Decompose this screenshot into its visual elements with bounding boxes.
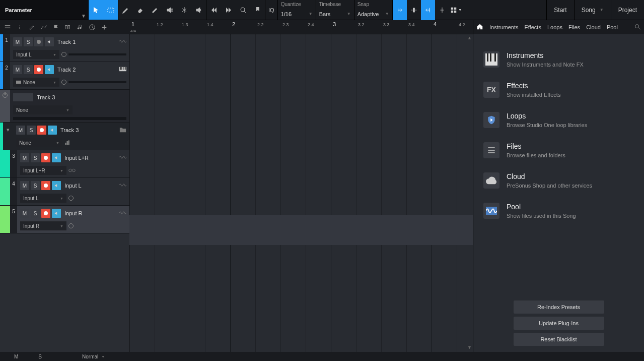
- track-row[interactable]: 1 M S Track 1 Input L▼: [0, 34, 129, 62]
- solo-button[interactable]: S: [24, 37, 33, 46]
- input-select[interactable]: Input L+R▼: [20, 166, 66, 175]
- automation-toggle[interactable]: [0, 90, 10, 122]
- mute-button[interactable]: M: [20, 181, 29, 190]
- iq-button[interactable]: IQ: [268, 7, 274, 13]
- search-icon[interactable]: [634, 23, 641, 31]
- track-color[interactable]: [0, 206, 7, 233]
- monitor-button[interactable]: [52, 209, 61, 218]
- browser-item-files[interactable]: Files Browse files and folders: [479, 135, 638, 165]
- input-select[interactable]: None▼: [13, 105, 73, 114]
- monitor-button[interactable]: [48, 126, 57, 135]
- skip-fwd-icon[interactable]: [221, 0, 236, 20]
- browser-tab-cloud[interactable]: Cloud: [586, 24, 601, 30]
- info-icon[interactable]: [14, 22, 25, 33]
- timebase-select[interactable]: Bars▼: [319, 10, 351, 19]
- mute-button[interactable]: M: [16, 126, 25, 135]
- re-index-presets-button[interactable]: Re-Index Presets: [514, 300, 604, 314]
- track-name[interactable]: Input L: [64, 183, 82, 189]
- timeline-ruler[interactable]: 4/4 11.21.31.422.22.32.433.23.33.444.2: [129, 20, 473, 34]
- track-name[interactable]: Track 2: [57, 67, 76, 73]
- project-button[interactable]: Project: [611, 0, 644, 20]
- notes-icon[interactable]: [75, 22, 86, 33]
- input-select[interactable]: Input L▼: [20, 194, 66, 203]
- snap-cursor-icon[interactable]: [435, 0, 449, 20]
- list-icon[interactable]: [2, 22, 13, 33]
- draw-tool[interactable]: [118, 0, 133, 20]
- split-tool[interactable]: [177, 0, 191, 20]
- solo-button[interactable]: S: [31, 209, 40, 218]
- quantize-select[interactable]: 1/16▼: [281, 10, 313, 19]
- volume-slider[interactable]: [13, 117, 126, 120]
- scroll-down-icon[interactable]: ▼: [467, 345, 472, 350]
- mute-button[interactable]: M: [20, 153, 29, 162]
- arrow-tool[interactable]: [89, 0, 103, 20]
- marker-tool[interactable]: [250, 0, 265, 20]
- range-tool[interactable]: [103, 0, 118, 20]
- automation-icon[interactable]: [38, 22, 49, 33]
- browser-item-instruments[interactable]: Instruments Show Instruments and Note FX: [479, 44, 638, 75]
- start-button[interactable]: Start: [546, 0, 574, 20]
- paint-tool[interactable]: [148, 0, 162, 20]
- sub-track-row[interactable]: 3 M S Input L+R Input L+R▼: [0, 150, 129, 178]
- mute-tool[interactable]: [162, 0, 177, 20]
- status-mute[interactable]: M: [4, 354, 28, 359]
- browser-tab-files[interactable]: Files: [568, 24, 580, 30]
- parameter-tab[interactable]: Parameter ▼: [0, 0, 88, 20]
- browser-item-effects[interactable]: FX Effects Show installed Effects: [479, 75, 638, 105]
- snap-start-icon[interactable]: [393, 0, 407, 20]
- status-mode-select[interactable]: Normal▼: [82, 354, 105, 359]
- record-arm-button[interactable]: [34, 37, 43, 46]
- meter-icon[interactable]: [64, 140, 70, 146]
- sub-track-row[interactable]: 5 M S Input R Input R▼: [0, 206, 129, 233]
- solo-button[interactable]: S: [31, 181, 40, 190]
- record-arm-button[interactable]: [37, 126, 46, 135]
- browser-item-loops[interactable]: Loops Browse Studio One loop libraries: [479, 105, 638, 135]
- folder-track[interactable]: ▾ M S Track 3 None▼: [0, 123, 129, 150]
- arrange-grid[interactable]: [129, 34, 473, 352]
- snap-select[interactable]: Adaptive▼: [357, 10, 389, 19]
- input-select[interactable]: Input R▼: [20, 221, 66, 230]
- song-button[interactable]: Song▼: [574, 0, 611, 20]
- input-select[interactable]: Input L▼: [13, 50, 59, 59]
- mute-button[interactable]: M: [13, 65, 22, 74]
- group-icon[interactable]: [62, 22, 74, 33]
- snap-end-icon[interactable]: [421, 0, 435, 20]
- track-name[interactable]: Input R: [64, 210, 82, 216]
- browser-tab-pool[interactable]: Pool: [607, 24, 618, 30]
- listen-tool[interactable]: [191, 0, 206, 20]
- scroll-up-icon[interactable]: ▲: [467, 35, 472, 40]
- track-name[interactable]: Input L+R: [64, 155, 89, 161]
- mute-button[interactable]: M: [20, 209, 29, 218]
- automation-param[interactable]: [13, 93, 33, 101]
- flag-icon[interactable]: [50, 22, 61, 33]
- track-name[interactable]: Track 3: [60, 127, 79, 133]
- monitor-button[interactable]: [45, 37, 54, 46]
- update-plug-ins-button[interactable]: Update Plug-Ins: [514, 317, 604, 330]
- stereo-link-icon[interactable]: [68, 168, 76, 173]
- monitor-button[interactable]: [52, 181, 61, 190]
- volume-slider[interactable]: [68, 81, 126, 83]
- solo-button[interactable]: S: [24, 65, 33, 74]
- sub-track-row[interactable]: 4 M S Input L Input L▼: [0, 178, 129, 206]
- browser-tab-instruments[interactable]: Instruments: [489, 24, 518, 30]
- wrench-icon[interactable]: [26, 22, 37, 33]
- mute-button[interactable]: M: [13, 37, 22, 46]
- zoom-tool[interactable]: [236, 0, 250, 20]
- monitor-button[interactable]: [52, 153, 61, 162]
- browser-tab-effects[interactable]: Effects: [524, 24, 541, 30]
- volume-slider[interactable]: [68, 53, 126, 55]
- track-automation-row[interactable]: Track 3 None▼: [0, 90, 129, 123]
- track-color[interactable]: [0, 178, 7, 205]
- input-select[interactable]: None▼: [13, 78, 59, 87]
- status-solo[interactable]: S: [28, 354, 52, 359]
- home-icon[interactable]: [476, 23, 483, 31]
- grid-menu-icon[interactable]: ▼: [449, 0, 463, 20]
- reset-blacklist-button[interactable]: Reset Blacklist: [514, 333, 604, 346]
- record-arm-button[interactable]: [41, 181, 50, 190]
- folder-expand-icon[interactable]: ▾: [3, 123, 13, 150]
- solo-button[interactable]: S: [27, 126, 36, 135]
- browser-tab-loops[interactable]: Loops: [547, 24, 562, 30]
- track-color[interactable]: [0, 150, 7, 177]
- record-arm-button[interactable]: [41, 153, 50, 162]
- add-track-icon[interactable]: [99, 22, 110, 33]
